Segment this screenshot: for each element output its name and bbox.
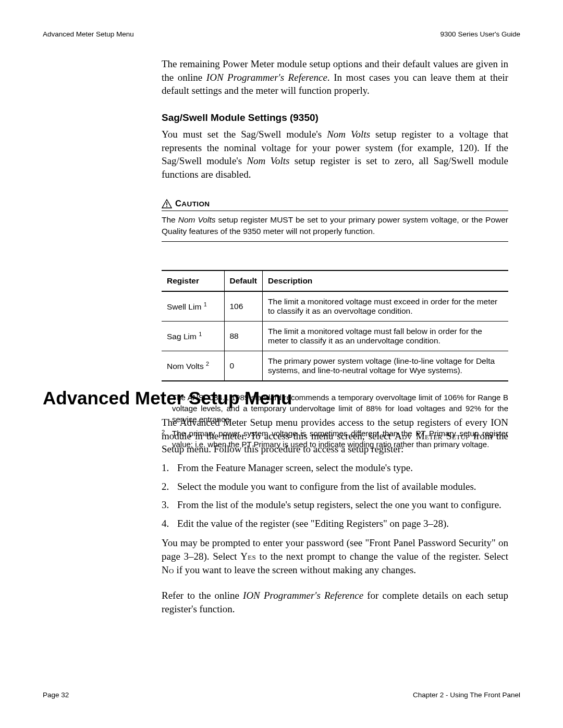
sag-text-a: You must set the Sag/Swell module's — [162, 129, 327, 140]
reg-name: Nom Volts — [167, 362, 204, 371]
th-description: Description — [263, 270, 508, 291]
list-item: 3. From the list of the module's setup r… — [162, 498, 508, 512]
caution-label-cap: C — [175, 199, 181, 208]
th-default: Default — [224, 270, 263, 291]
cell-register: Sag Lim 1 — [162, 321, 224, 351]
caution-rule-top — [162, 211, 508, 211]
header-right: 9300 Series User's Guide — [440, 30, 520, 38]
adv-p2-b: to the next prompt to change the value o… — [256, 551, 508, 562]
warning-icon — [162, 199, 172, 208]
reg-sup: 1 — [204, 301, 207, 307]
th-register: Register — [162, 270, 224, 291]
cell-default: 106 — [224, 291, 263, 322]
list-item: 1. From the Feature Manager screen, sele… — [162, 461, 508, 475]
adv-p2-c: if you want to leave the screen without … — [174, 564, 416, 575]
list-item: 2. Select the module you want to configu… — [162, 480, 508, 493]
adv-p2-no: No — [162, 564, 174, 575]
cell-description: The primary power system voltage (line-t… — [263, 351, 508, 381]
section-heading: Advanced Meter Setup Menu — [43, 388, 292, 409]
cell-register: Nom Volts 2 — [162, 351, 224, 381]
adv-intro-paragraph: The Advanced Meter Setup menu provides a… — [162, 416, 508, 456]
intro-paragraph: The remaining Power Meter module setup o… — [162, 57, 508, 97]
adv-p1-smallcaps: Adv Meter Setup — [395, 430, 470, 441]
adv-p2-yes: Yes — [240, 551, 256, 562]
sag-swell-heading: Sag/Swell Module Settings (9350) — [162, 112, 508, 124]
reg-sup: 2 — [206, 361, 209, 367]
table-row: Nom Volts 2 0 The primary power system v… — [162, 351, 508, 381]
running-header: Advanced Meter Setup Menu 9300 Series Us… — [43, 30, 520, 38]
sag-italic-1: Nom Volts — [327, 129, 370, 140]
caution-rule-bottom — [162, 241, 508, 242]
caution-text: The Nom Volts setup register MUST be set… — [162, 214, 508, 237]
cell-description: The limit a monitored voltage must excee… — [263, 291, 508, 322]
list-item: 4. Edit the value of the register (see "… — [162, 517, 508, 530]
cell-description: The limit a monitored voltage must fall … — [263, 321, 508, 351]
running-footer: Page 32 Chapter 2 - Using The Front Pane… — [43, 691, 520, 699]
caution-a: The — [162, 215, 178, 224]
reg-name: Swell Lim — [167, 302, 201, 311]
footer-page-number: Page 32 — [43, 691, 69, 699]
list-number: 2. — [162, 480, 177, 493]
sag-italic-2: Nom Volts — [247, 155, 289, 166]
adv-password-paragraph: You may be prompted to enter your passwo… — [162, 536, 508, 576]
list-text: Select the module you want to configure … — [177, 480, 508, 493]
table-row: Swell Lim 1 106 The limit a monitored vo… — [162, 291, 508, 322]
page: Advanced Meter Setup Menu 9300 Series Us… — [0, 0, 563, 728]
sag-swell-paragraph: You must set the Sag/Swell module's Nom … — [162, 128, 508, 181]
cell-register: Swell Lim 1 — [162, 291, 224, 322]
list-text: From the list of the module's setup regi… — [177, 498, 508, 512]
svg-point-1 — [166, 206, 167, 207]
caution-header: CAUTION — [162, 199, 508, 208]
table-header-row: Register Default Description — [162, 270, 508, 291]
procedure-list: 1. From the Feature Manager screen, sele… — [162, 461, 508, 530]
caution-label-rest: AUTION — [181, 200, 210, 208]
list-number: 3. — [162, 498, 177, 512]
reg-name: Sag Lim — [167, 332, 197, 341]
cell-default: 0 — [224, 351, 263, 381]
content-column-bottom: The Advanced Meter Setup menu provides a… — [162, 416, 508, 616]
header-left: Advanced Meter Setup Menu — [43, 30, 134, 38]
adv-p3-a: Refer to the online — [162, 590, 243, 601]
list-number: 1. — [162, 461, 177, 475]
intro-ref-italic: ION Programmer's Reference — [206, 72, 327, 83]
footer-chapter: Chapter 2 - Using The Front Panel — [413, 691, 520, 699]
adv-reference-paragraph: Refer to the online ION Programmer's Ref… — [162, 589, 508, 615]
register-table: Register Default Description Swell Lim 1… — [162, 270, 508, 381]
caution-italic: Nom Volts — [178, 215, 216, 224]
cell-default: 88 — [224, 321, 263, 351]
reg-sup: 1 — [199, 331, 202, 337]
table-row: Sag Lim 1 88 The limit a monitored volta… — [162, 321, 508, 351]
adv-p3-italic: ION Programmer's Reference — [243, 590, 363, 601]
list-text: From the Feature Manager screen, select … — [177, 461, 508, 475]
list-number: 4. — [162, 517, 177, 530]
list-text: Edit the value of the register (see "Edi… — [177, 517, 508, 530]
caution-block: CAUTION The Nom Volts setup register MUS… — [162, 199, 508, 241]
